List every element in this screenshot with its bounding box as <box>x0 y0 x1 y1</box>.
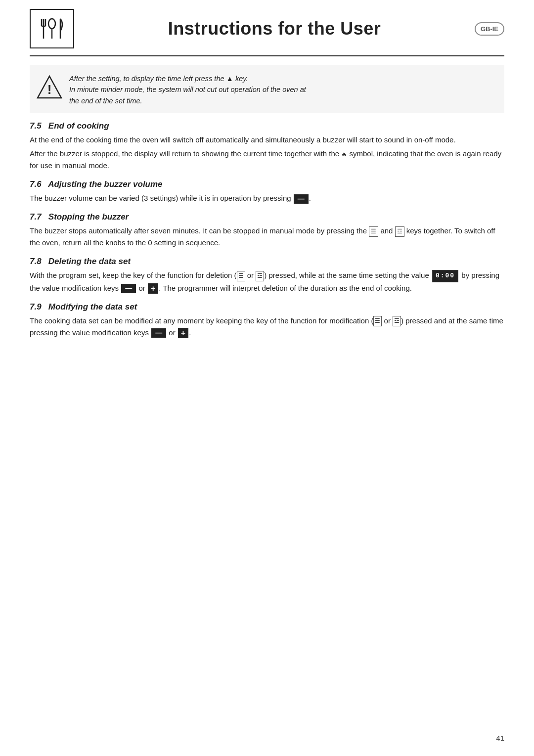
page-wrapper: Instructions for the User GB-IE ! After … <box>0 0 534 756</box>
section-7-5-body: At the end of the cooking time the oven … <box>30 134 504 172</box>
logo-icon <box>35 14 69 44</box>
section-7-8-p1: With the program set, keep the key of th… <box>30 269 504 294</box>
section-7-9-body: The cooking data set can be modified at … <box>30 315 504 339</box>
section-7-6-body: The buzzer volume can be varied (3 setti… <box>30 192 504 204</box>
plus-key-1: + <box>148 283 158 294</box>
svg-text:!: ! <box>47 82 52 97</box>
section-7-8-body: With the program set, keep the key of th… <box>30 269 504 294</box>
warning-line1: After the setting, to display the time l… <box>69 75 248 83</box>
section-7-7-title: 7.7 Stopping the buzzer <box>30 212 504 222</box>
plus-key-2: + <box>178 328 188 338</box>
oven-sym-2: ☲ <box>395 226 404 237</box>
del-sym-2: ☲ <box>256 271 264 281</box>
header-logo <box>30 9 74 48</box>
page-title: Instructions for the User <box>74 18 475 39</box>
display-zero: 0:00 <box>432 270 458 282</box>
section-7-5-p1: At the end of the cooking time the oven … <box>30 134 504 146</box>
page-number: 41 <box>496 734 504 742</box>
oven-sym-1: ☰ <box>369 226 378 237</box>
region-badge: GB-IE <box>475 22 504 36</box>
content-area: ! After the setting, to display the time… <box>30 65 504 339</box>
section-7-7: 7.7 Stopping the buzzer The buzzer stops… <box>30 212 504 249</box>
section-7-6: 7.6 Adjusting the buzzer volume The buzz… <box>30 179 504 204</box>
section-7-9: 7.9 Modifying the data set The cooking d… <box>30 302 504 339</box>
section-7-8: 7.8 Deleting the data set With the progr… <box>30 257 504 294</box>
section-7-9-p1: The cooking data set can be modified at … <box>30 315 504 339</box>
section-7-7-p1: The buzzer stops automatically after sev… <box>30 225 504 249</box>
svg-point-6 <box>48 19 55 29</box>
mod-sym-1: ☰ <box>373 316 382 326</box>
section-7-5: 7.5 End of cooking At the end of the coo… <box>30 121 504 172</box>
warning-line2: In minute minder mode, the system will n… <box>69 86 306 104</box>
section-7-6-p1: The buzzer volume can be varied (3 setti… <box>30 192 504 204</box>
header-left <box>30 9 74 48</box>
warning-icon: ! <box>37 74 62 100</box>
section-7-8-title: 7.8 Deleting the data set <box>30 257 504 267</box>
mod-sym-2: ☲ <box>393 316 401 326</box>
page-header: Instructions for the User GB-IE <box>30 0 504 56</box>
warning-text: After the setting, to display the time l… <box>69 73 306 106</box>
flame-symbol: 🔥︎ <box>341 150 347 159</box>
section-7-5-p2: After the buzzer is stopped, the display… <box>30 148 504 172</box>
section-7-9-title: 7.9 Modifying the data set <box>30 302 504 312</box>
minus-key-2: — <box>121 284 136 293</box>
minus-key: — <box>294 194 309 204</box>
minus-key-3: — <box>151 328 166 338</box>
warning-box: ! After the setting, to display the time… <box>30 65 504 113</box>
del-sym-1: ☰ <box>237 271 245 281</box>
section-7-6-title: 7.6 Adjusting the buzzer volume <box>30 179 504 189</box>
section-7-5-title: 7.5 End of cooking <box>30 121 504 131</box>
section-7-7-body: The buzzer stops automatically after sev… <box>30 225 504 249</box>
